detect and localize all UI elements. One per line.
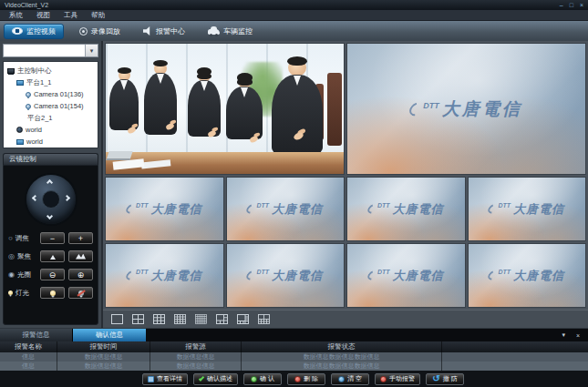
tree-item-world-2[interactable]: world: [5, 136, 96, 148]
datang-telecom-logo: DTT大唐電信: [106, 178, 223, 240]
video-tile-logo[interactable]: DTT大唐電信: [346, 177, 466, 241]
monitor-icon: [7, 68, 15, 74]
green-dot-icon: [251, 376, 257, 382]
ptz-pad-center[interactable]: [42, 190, 60, 209]
layout-25-split-button[interactable]: [193, 312, 209, 326]
layout-9-split-button[interactable]: [151, 312, 167, 326]
tab-live-video[interactable]: 监控视频: [4, 24, 64, 39]
view-details-button[interactable]: 查看详情: [142, 373, 188, 385]
maximize-button[interactable]: □: [570, 2, 573, 8]
zoom-in-button[interactable]: +: [68, 232, 93, 244]
layout-8-split-button[interactable]: [235, 312, 251, 326]
iris-close-button[interactable]: ⊖: [40, 269, 65, 280]
tab-playback[interactable]: 录像回放: [72, 24, 128, 39]
camera-icon: [26, 92, 31, 97]
focus-icon: ◎: [8, 253, 15, 260]
main-toolbar: 监控视频 录像回放 报警中心 车辆监控: [0, 21, 588, 41]
video-feed-people: [106, 44, 344, 174]
video-tile-logo-large[interactable]: DTT 大唐電信: [346, 43, 586, 175]
crescent-logo-icon: [245, 270, 257, 282]
light-icon: [8, 290, 13, 295]
menu-help[interactable]: 帮助: [91, 12, 105, 19]
light-on-button[interactable]: [40, 287, 65, 299]
layout-1-split-button[interactable]: [109, 312, 125, 326]
alarm-tab-strip: 报警信息 确认信息 ▾ ×: [0, 329, 588, 341]
tab-vehicle-monitor-label: 车辆监控: [223, 26, 253, 36]
minimize-button[interactable]: –: [560, 2, 563, 8]
tab-alarm-info[interactable]: 报警信息: [0, 329, 73, 341]
datang-telecom-logo: DTT大唐電信: [347, 178, 465, 240]
panel-close-icon[interactable]: ×: [576, 332, 580, 339]
clear-button[interactable]: 清 空: [331, 373, 369, 385]
combobox-value[interactable]: [4, 45, 85, 56]
tab-alarm-center[interactable]: 报警中心: [136, 24, 192, 39]
datang-telecom-logo: DTT大唐電信: [347, 244, 465, 307]
disarm-button[interactable]: ↺ 撤 防: [426, 373, 464, 385]
alarm-table-row[interactable]: 信息 数据信息信息 数据信息信息 数据信息数据信息数据信息: [0, 352, 588, 362]
video-tile-logo[interactable]: DTT大唐電信: [105, 243, 224, 308]
video-grid: DTT 大唐電信 DTT大唐電信 DTT大唐電信 DTT大唐電信 DTT大唐電信…: [103, 41, 588, 310]
menu-tools[interactable]: 工具: [64, 12, 77, 19]
tree-item-control-center[interactable]: 主控制中心: [5, 65, 96, 76]
focus-near-button[interactable]: [40, 250, 65, 262]
pan-right-icon[interactable]: [63, 195, 69, 201]
tab-playback-label: 录像回放: [91, 26, 120, 36]
manual-alarm-button[interactable]: 手动报警: [375, 373, 420, 385]
datang-telecom-logo: DTT大唐電信: [469, 178, 586, 240]
tree-item-camera-154[interactable]: Camera 01(154): [5, 100, 96, 112]
video-tile-logo[interactable]: DTT大唐電信: [226, 243, 346, 308]
video-tile-logo[interactable]: DTT大唐電信: [346, 243, 466, 308]
layout-16-split-button[interactable]: [172, 312, 188, 326]
device-search-combobox[interactable]: ▾: [3, 44, 98, 57]
menu-system[interactable]: 系统: [9, 12, 23, 19]
menu-view[interactable]: 视图: [36, 12, 50, 19]
tree-item-platform1[interactable]: 平台1_1: [5, 76, 96, 88]
crescent-logo-icon: [366, 203, 377, 216]
layout-6-split-button[interactable]: [214, 312, 230, 326]
video-tile-logo[interactable]: DTT大唐電信: [468, 177, 587, 241]
video-tile-logo[interactable]: DTT大唐電信: [226, 177, 346, 241]
panel-dropdown-icon[interactable]: ▾: [562, 331, 565, 339]
delete-button[interactable]: 删 除: [287, 373, 325, 385]
undo-arrow-icon: ↺: [432, 374, 439, 383]
tree-item-camera-136[interactable]: Camera 01(136): [5, 88, 96, 100]
confirm-description-button[interactable]: 确认描述: [193, 373, 238, 385]
crescent-logo-icon: [487, 270, 499, 282]
layout-selector-bar: [103, 310, 588, 328]
alarm-table-row[interactable]: 信息 数据信息信息 数据信息信息 数据信息数据信息数据信息: [0, 362, 588, 371]
ptz-direction-pad[interactable]: [26, 175, 76, 224]
person: [188, 69, 221, 137]
window-controls: – □ ×: [560, 2, 583, 8]
chair: [327, 73, 342, 146]
video-area: DTT 大唐電信 DTT大唐電信 DTT大唐電信 DTT大唐電信 DTT大唐電信…: [103, 41, 588, 328]
check-icon: [199, 375, 204, 381]
chevron-down-icon[interactable]: ▾: [85, 45, 98, 56]
layout-4-split-button[interactable]: [130, 312, 146, 326]
confirm-button[interactable]: 确 认: [243, 373, 282, 385]
ptz-panel-header: 云镜控制: [3, 153, 98, 165]
alarm-panel: 报警信息 确认信息 ▾ × 报警名称 报警时间 报警源 报警状态 信息 数据信息…: [0, 328, 588, 387]
zoom-icon: ○: [8, 235, 13, 242]
light-control-row: 灯光: [4, 287, 98, 299]
pan-left-icon[interactable]: [31, 195, 37, 201]
pan-up-icon[interactable]: [46, 179, 52, 186]
speaker-icon: [143, 26, 152, 36]
tab-confirm-info[interactable]: 确认信息: [73, 329, 146, 341]
focus-far-button[interactable]: [68, 250, 93, 262]
video-tile-live-feed[interactable]: [105, 43, 345, 175]
zoom-out-button[interactable]: −: [40, 232, 65, 244]
close-button[interactable]: ×: [580, 2, 583, 8]
tab-vehicle-monitor[interactable]: 车辆监控: [201, 24, 260, 39]
video-tile-logo[interactable]: DTT大唐電信: [468, 243, 587, 308]
col-alarm-time: 报警时间: [57, 341, 150, 352]
car-icon: [208, 29, 220, 35]
tree-item-platform2[interactable]: 平台2_1: [5, 112, 96, 124]
crescent-logo-icon: [124, 203, 136, 216]
video-tile-logo[interactable]: DTT大唐電信: [105, 177, 224, 241]
tree-item-world-1[interactable]: world: [5, 124, 96, 136]
iris-open-button[interactable]: ⊕: [68, 269, 93, 280]
light-off-button[interactable]: [68, 287, 93, 299]
pan-down-icon[interactable]: [46, 213, 52, 219]
layout-10-split-button[interactable]: [256, 312, 272, 326]
col-alarm-name: 报警名称: [0, 341, 57, 352]
